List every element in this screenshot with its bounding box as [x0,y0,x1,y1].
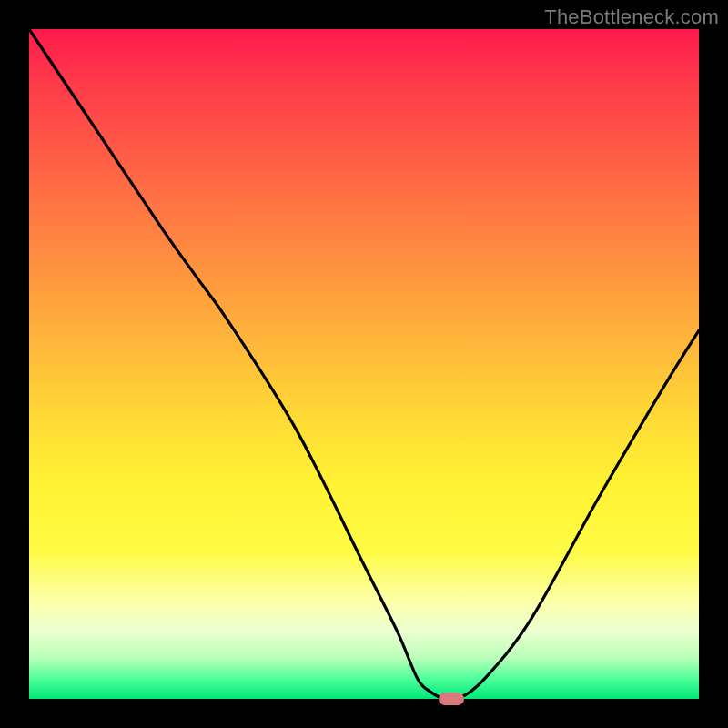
optimal-point-marker [439,693,464,705]
plot-area [29,29,699,699]
chart-frame: TheBottleneck.com [0,0,728,728]
watermark-text: TheBottleneck.com [544,5,719,29]
bottleneck-curve [29,29,699,699]
